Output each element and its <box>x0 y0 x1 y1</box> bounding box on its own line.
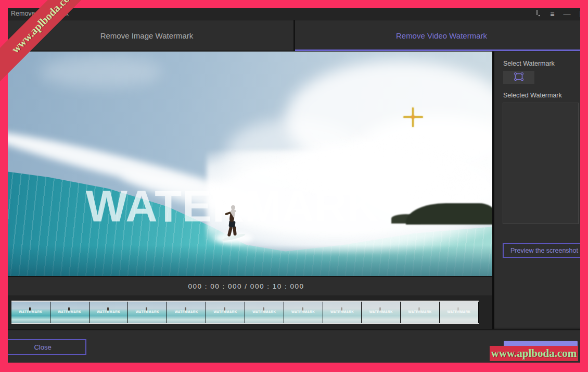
tab-label: Remove Image Watermark <box>100 31 194 40</box>
cloud <box>40 56 163 88</box>
filmstrip-thumbnail[interactable]: WATERMARK <box>11 302 50 323</box>
filmstrip-thumbnail[interactable]: WATERMARK <box>50 302 90 323</box>
video-preview[interactable]: WATERMARK <box>0 52 492 276</box>
marquee-selection-icon <box>513 72 525 83</box>
preview-screenshot-button[interactable]: Preview the screenshot <box>503 243 586 258</box>
foreground-water <box>0 245 492 276</box>
tab-label: Remove Video Watermark <box>396 31 487 40</box>
filmstrip[interactable]: WATERMARK WATERMARK WATERMARK WATERMARK … <box>11 301 479 324</box>
filmstrip-band: WATERMARK WATERMARK WATERMARK WATERMARK … <box>0 295 492 329</box>
tab-bar: Remove Image Watermark Remove Video Wate… <box>0 20 588 51</box>
close-button[interactable]: Close <box>0 339 86 355</box>
thumbnail-watermark-text: WATERMARK <box>167 310 206 314</box>
app-window: Remove Watermark ≡ — ❒ Remove Image Wate… <box>0 0 588 372</box>
watermark-side-panel: Select Watermark Selected Watermark Prev… <box>494 52 588 328</box>
frame-border <box>0 363 588 372</box>
thumbnail-watermark-text: WATERMARK <box>245 310 284 314</box>
thumbnail-watermark-text: WATERMARK <box>206 310 245 314</box>
filmstrip-thumbnail[interactable]: WATERMARK <box>206 302 245 323</box>
thumbnail-watermark-text: WATERMARK <box>128 310 167 314</box>
thumbnail-watermark-text: WATERMARK <box>90 310 128 314</box>
cursor-icon[interactable] <box>535 8 541 20</box>
thumbnail-watermark-text: WATERMARK <box>362 310 400 314</box>
site-watermark-bottom: www.aplboda.com <box>490 346 578 361</box>
thumbnail-watermark-text: WATERMARK <box>284 310 323 314</box>
filmstrip-thumbnail[interactable]: WATERMARK <box>362 302 401 323</box>
filmstrip-thumbnail[interactable]: WATERMARK <box>128 302 167 323</box>
minimize-icon[interactable]: — <box>563 8 570 20</box>
filmstrip-thumbnail[interactable]: WATERMARK <box>401 302 440 323</box>
filmstrip-thumbnail[interactable]: WATERMARK <box>90 302 129 323</box>
thumbnail-watermark-text: WATERMARK <box>401 310 439 314</box>
thumbnail-watermark-text: WATERMARK <box>11 310 50 314</box>
maximize-icon[interactable]: ❒ <box>579 8 586 20</box>
menu-icon[interactable]: ≡ <box>550 8 554 20</box>
video-watermark-text: WATERMARK <box>0 181 479 232</box>
thumbnail-watermark-text: WATERMARK <box>440 310 478 314</box>
window-controls: ≡ — ❒ <box>535 8 586 20</box>
select-watermark-button[interactable] <box>503 71 534 84</box>
active-tab-underline <box>295 49 588 51</box>
frame-border <box>0 0 588 8</box>
titlebar: Remove Watermark ≡ — ❒ <box>0 8 588 20</box>
filmstrip-thumbnail[interactable]: WATERMARK <box>440 302 479 323</box>
crosshair-cursor-icon <box>403 107 423 127</box>
selected-watermark-label: Selected Watermark <box>503 92 562 99</box>
timecode: 000 : 00 : 000 / 000 : 10 : 000 <box>188 282 304 290</box>
timeline-bar: 000 : 00 : 000 / 000 : 10 : 000 <box>0 276 492 295</box>
thumbnail-watermark-text: WATERMARK <box>323 310 362 314</box>
filmstrip-thumbnail[interactable]: WATERMARK <box>167 302 206 323</box>
filmstrip-thumbnail[interactable]: WATERMARK <box>323 302 362 323</box>
select-watermark-label: Select Watermark <box>503 60 555 67</box>
filmstrip-thumbnail[interactable]: WATERMARK <box>284 302 323 323</box>
filmstrip-thumbnail[interactable]: WATERMARK <box>245 302 284 323</box>
thumbnail-watermark-text: WATERMARK <box>50 310 89 314</box>
tab-remove-video-watermark[interactable]: Remove Video Watermark <box>295 20 588 51</box>
selected-watermark-list[interactable] <box>503 103 579 224</box>
